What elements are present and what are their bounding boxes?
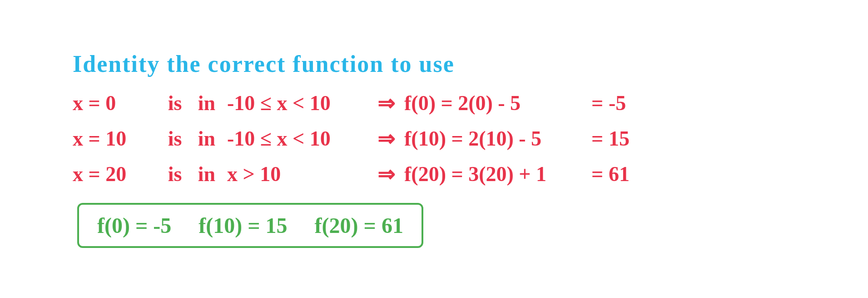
- equals-2: =: [586, 162, 609, 186]
- function-eval-1: f(10) = 2(10) - 5: [404, 126, 586, 151]
- value-2: 61: [609, 162, 645, 186]
- arrow-1: ⇒: [368, 126, 404, 151]
- interval-2: x > 10: [223, 162, 368, 186]
- content-area: Identity the correct function to use x =…: [0, 41, 868, 257]
- interval-1: -10 ≤ x < 10: [223, 126, 368, 151]
- title: Identity the correct function to use: [73, 51, 795, 77]
- arrow-2: ⇒: [368, 162, 404, 187]
- value-0: -5: [609, 91, 645, 115]
- equals-0: =: [586, 91, 609, 115]
- is-label-0: is: [159, 91, 191, 115]
- in-label-2: in: [191, 162, 223, 186]
- x-value-1: x = 10: [73, 126, 159, 151]
- in-label-1: in: [191, 126, 223, 151]
- interval-0: -10 ≤ x < 10: [223, 91, 368, 115]
- equals-1: =: [586, 126, 609, 151]
- arrow-0: ⇒: [368, 91, 404, 116]
- work-lines: x = 0 is in -10 ≤ x < 10 ⇒ f(0) = 2(0) -…: [73, 91, 795, 187]
- answer-box: f(0) = -5 f(10) = 15 f(20) = 61: [77, 203, 423, 248]
- answer-item-1: f(10) = 15: [198, 213, 287, 238]
- table-row: x = 20 is in x > 10 ⇒ f(20) = 3(20) + 1 …: [73, 162, 795, 187]
- x-value-0: x = 0: [73, 91, 159, 115]
- is-label-2: is: [159, 162, 191, 186]
- value-1: 15: [609, 126, 645, 151]
- table-row: x = 0 is in -10 ≤ x < 10 ⇒ f(0) = 2(0) -…: [73, 91, 795, 116]
- function-eval-2: f(20) = 3(20) + 1: [404, 162, 586, 186]
- is-label-1: is: [159, 126, 191, 151]
- x-value-2: x = 20: [73, 162, 159, 186]
- in-label-0: in: [191, 91, 223, 115]
- table-row: x = 10 is in -10 ≤ x < 10 ⇒ f(10) = 2(10…: [73, 126, 795, 151]
- function-eval-0: f(0) = 2(0) - 5: [404, 91, 586, 115]
- answer-item-2: f(20) = 61: [315, 213, 403, 238]
- answer-item-0: f(0) = -5: [97, 213, 171, 238]
